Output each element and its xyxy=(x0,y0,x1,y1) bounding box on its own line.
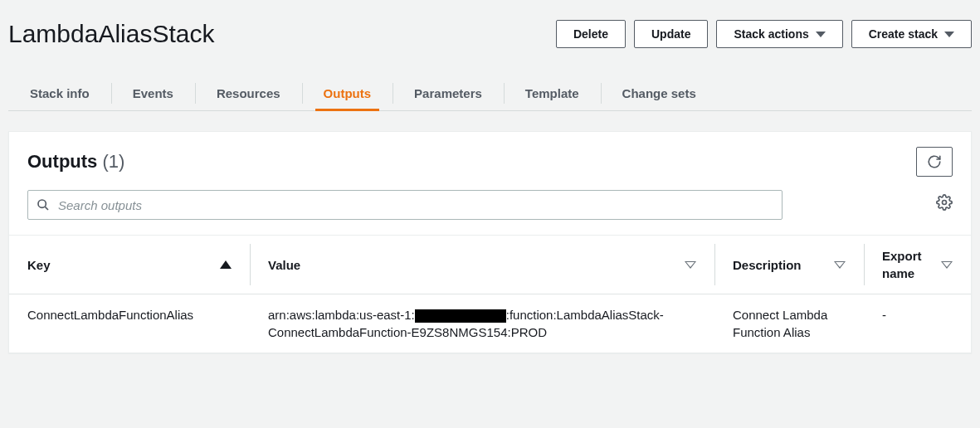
delete-button-label: Delete xyxy=(573,27,608,41)
refresh-icon xyxy=(927,154,942,169)
panel-count: (1) xyxy=(102,151,124,172)
sort-icon xyxy=(941,261,953,269)
gear-icon xyxy=(936,194,953,211)
cell-value: arn:aws:lambda:us-east-1::function:Lambd… xyxy=(250,294,714,353)
panel-title: Outputs (1) xyxy=(27,149,124,175)
column-header-value[interactable]: Value xyxy=(250,236,714,294)
refresh-button[interactable] xyxy=(916,147,953,177)
sort-icon xyxy=(834,261,846,269)
caret-down-icon xyxy=(816,32,826,37)
sort-icon xyxy=(685,261,696,269)
column-label: Export name xyxy=(882,247,934,282)
column-header-key[interactable]: Key xyxy=(9,236,250,294)
table-row: ConnectLambdaFunctionAlias arn:aws:lambd… xyxy=(9,294,971,353)
tab-events[interactable]: Events xyxy=(111,76,195,110)
tab-stack-info[interactable]: Stack info xyxy=(8,76,111,110)
redacted-account-id xyxy=(415,309,506,323)
create-stack-label: Create stack xyxy=(869,27,938,41)
stack-actions-button[interactable]: Stack actions xyxy=(716,20,842,48)
cell-description: Connect Lambda Function Alias xyxy=(714,294,864,353)
sort-asc-icon xyxy=(220,260,232,269)
tabs: Stack info Events Resources Outputs Para… xyxy=(8,76,972,111)
search-input[interactable] xyxy=(56,197,773,213)
column-header-description[interactable]: Description xyxy=(714,236,864,294)
outputs-table: Key Value Description xyxy=(9,235,971,353)
tab-template[interactable]: Template xyxy=(504,76,601,110)
delete-button[interactable]: Delete xyxy=(556,20,626,48)
cell-key: ConnectLambdaFunctionAlias xyxy=(9,294,250,353)
tab-outputs[interactable]: Outputs xyxy=(302,76,393,110)
outputs-panel: Outputs (1) xyxy=(8,131,972,354)
column-label: Description xyxy=(733,256,802,274)
column-label: Value xyxy=(268,256,300,274)
svg-line-1 xyxy=(45,207,48,210)
svg-point-2 xyxy=(943,201,947,205)
search-box[interactable] xyxy=(27,190,783,220)
settings-button[interactable] xyxy=(936,194,953,216)
update-button-label: Update xyxy=(651,27,690,41)
tab-change-sets[interactable]: Change sets xyxy=(601,76,718,110)
update-button[interactable]: Update xyxy=(634,20,708,48)
search-icon xyxy=(37,198,50,212)
create-stack-button[interactable]: Create stack xyxy=(851,20,972,48)
page-title: LambdaAliasStack xyxy=(8,17,214,51)
panel-title-text: Outputs xyxy=(27,151,97,172)
column-header-export-name[interactable]: Export name xyxy=(864,236,971,294)
tab-parameters[interactable]: Parameters xyxy=(392,76,504,110)
caret-down-icon xyxy=(944,32,954,37)
stack-actions-label: Stack actions xyxy=(734,27,808,41)
tab-resources[interactable]: Resources xyxy=(195,76,302,110)
svg-point-0 xyxy=(38,200,46,207)
value-pre: arn:aws:lambda:us-east-1: xyxy=(268,308,415,322)
column-label: Key xyxy=(27,256,51,274)
cell-export-name: - xyxy=(864,294,971,353)
header-actions: Delete Update Stack actions Create stack xyxy=(556,20,972,48)
